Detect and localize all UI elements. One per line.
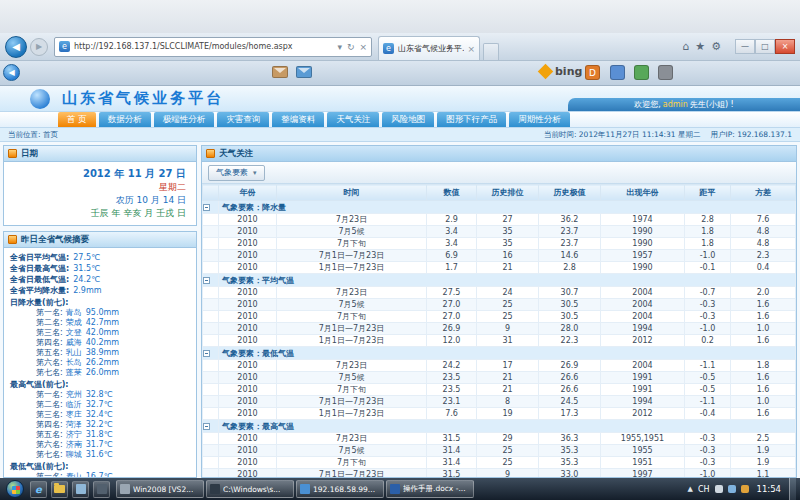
table-row[interactable]: 20107月下旬3.43523.719901.84.8: [203, 238, 796, 250]
station-link[interactable]: 济南: [66, 440, 82, 449]
nav-item[interactable]: 图形下行产品: [437, 112, 506, 127]
station-link[interactable]: 济宁: [66, 430, 82, 439]
tools-icon[interactable]: ⚙: [711, 40, 721, 53]
nav-item[interactable]: 周期性分析: [509, 112, 570, 127]
station-link[interactable]: 文登: [66, 328, 82, 337]
app2-icon: [97, 484, 107, 494]
nav-item[interactable]: 极端性分析: [154, 112, 215, 127]
table-row[interactable]: 20107月23日31.52936.31955,1951-0.32.5: [203, 433, 796, 445]
refresh-icon[interactable]: ↻: [347, 42, 355, 52]
start-button[interactable]: [6, 480, 24, 498]
element-section-row[interactable]: 气象要素：最低气温: [203, 347, 796, 360]
station-link[interactable]: 枣庄: [66, 410, 82, 419]
rank-value: 16.7℃: [86, 472, 113, 477]
table-row[interactable]: 20107月5候3.43523.719901.84.8: [203, 226, 796, 238]
forward-button[interactable]: ▶: [30, 38, 48, 56]
browser-tab[interactable]: e 山东省气候业务平... ×: [378, 36, 480, 60]
toolbar-addon1-icon[interactable]: D: [585, 65, 600, 80]
taskbar-ie-icon[interactable]: e: [30, 481, 47, 498]
nav-item[interactable]: 天气关注: [327, 112, 379, 127]
sidebar-gadget-icon[interactable]: ◀: [3, 64, 20, 81]
table-cell: 35: [477, 238, 539, 250]
table-row[interactable]: 20107月23日24.21726.92004-1.11.8: [203, 360, 796, 372]
collapse-icon[interactable]: [203, 350, 210, 357]
element-section-row[interactable]: 气象要素：最高气温: [203, 420, 796, 433]
maximize-button[interactable]: □: [755, 39, 775, 54]
collapse-icon[interactable]: [203, 277, 210, 284]
minimize-button[interactable]: —: [735, 39, 755, 54]
table-row[interactable]: 20101月1日—7月23日12.03122.320120.21.6: [203, 335, 796, 347]
taskbar-app2-icon[interactable]: [93, 481, 110, 498]
nav-item[interactable]: 风险地图: [382, 112, 434, 127]
language-indicator[interactable]: CH: [698, 485, 710, 494]
station-link[interactable]: 聊城: [66, 450, 82, 459]
collapse-icon[interactable]: [203, 423, 210, 430]
toolbar-addon2-icon[interactable]: [610, 65, 625, 80]
toolbar-addon4-icon[interactable]: [658, 65, 673, 80]
station-link[interactable]: 长岛: [66, 358, 82, 367]
table-row[interactable]: 20107月23日27.52430.72004-0.72.0: [203, 287, 796, 299]
station-link[interactable]: 威海: [66, 338, 82, 347]
table-cell: 24.2: [427, 360, 477, 372]
table-row[interactable]: 20107月1日—7月23日6.91614.61957-1.02.3: [203, 250, 796, 262]
toolbar-addon3-icon[interactable]: [634, 65, 649, 80]
table-cell: 24: [477, 287, 539, 299]
tray-update-icon[interactable]: [741, 485, 749, 493]
table-row[interactable]: 20107月1日—7月23日26.9928.01994-1.01.0: [203, 323, 796, 335]
favorites-icon[interactable]: ★: [695, 40, 705, 53]
close-button[interactable]: ×: [775, 39, 795, 54]
table-row[interactable]: 20101月1日—7月23日7.61917.32012-0.41.6: [203, 408, 796, 420]
station-link[interactable]: 泰山: [66, 472, 82, 477]
mail-icon[interactable]: [272, 66, 288, 78]
element-section-row[interactable]: 气象要素：降水量: [203, 201, 796, 214]
table-row[interactable]: 20107月下旬23.52126.61991-0.51.6: [203, 384, 796, 396]
tray-volume-icon[interactable]: [728, 485, 736, 493]
url-text[interactable]: http://192.168.137.1/SLCCLIMATE/modules/…: [74, 42, 332, 51]
address-bar[interactable]: e http://192.168.137.1/SLCCLIMATE/module…: [54, 37, 372, 57]
nav-item[interactable]: 数据分析: [99, 112, 151, 127]
station-link[interactable]: 蓬莱: [66, 368, 82, 377]
table-row[interactable]: 20107月5候31.42535.31955-0.31.9: [203, 445, 796, 457]
table-row[interactable]: 20107月1日—7月23日23.1824.51994-1.11.0: [203, 396, 796, 408]
nav-item[interactable]: 灾害查询: [217, 112, 269, 127]
home-icon[interactable]: ⌂: [682, 40, 689, 53]
table-row[interactable]: 20107月5候27.02530.52004-0.31.6: [203, 299, 796, 311]
new-tab-button[interactable]: [483, 43, 499, 60]
table-row[interactable]: 20107月下旬27.02530.52004-0.31.6: [203, 311, 796, 323]
tray-up-icon[interactable]: ▲: [688, 485, 693, 493]
station-link[interactable]: 荣成: [66, 318, 82, 327]
mail-alt-icon[interactable]: [296, 66, 312, 78]
station-link[interactable]: 青岛: [66, 308, 82, 317]
station-link[interactable]: 临沂: [66, 400, 82, 409]
table-row[interactable]: 20107月5候23.52126.61991-0.51.6: [203, 372, 796, 384]
table-cell: 2010: [219, 457, 277, 469]
tab-close-icon[interactable]: ×: [467, 44, 475, 54]
collapse-icon[interactable]: [203, 204, 210, 211]
taskbar-window-button[interactable]: 192.168.58.99...: [296, 480, 384, 498]
taskbar-window-button[interactable]: C:\Windows\s...: [206, 480, 294, 498]
station-link[interactable]: 菏泽: [66, 420, 82, 429]
taskbar-window-button[interactable]: Win2008 [VS2...: [116, 480, 204, 498]
nav-item[interactable]: 首 页: [58, 112, 96, 127]
table-row[interactable]: 20107月23日2.92736.219742.87.6: [203, 214, 796, 226]
element-section-row[interactable]: 气象要素：平均气温: [203, 274, 796, 287]
nav-item[interactable]: 整编资料: [272, 112, 324, 127]
bing-toolbar[interactable]: bing: [540, 65, 582, 78]
show-desktop-button[interactable]: [789, 478, 796, 500]
table-row[interactable]: 20107月下旬31.42535.31951-0.31.9: [203, 457, 796, 469]
search-dropdown-icon[interactable]: ▾: [337, 42, 342, 52]
summary-rank-row: 第一名:青岛95.0mm: [10, 308, 190, 318]
back-button[interactable]: ◀: [5, 36, 27, 58]
table-row[interactable]: 20101月1日—7月23日1.7212.81990-0.10.4: [203, 262, 796, 274]
tray-network-icon[interactable]: [715, 485, 723, 493]
table-row[interactable]: 20107月1日—7月23日31.5933.01997-1.01.1: [203, 469, 796, 479]
table-cell: 1.6: [731, 408, 796, 420]
station-link[interactable]: 乳山: [66, 348, 82, 357]
taskbar-app1-icon[interactable]: [72, 481, 89, 498]
taskbar-explorer-icon[interactable]: [51, 481, 68, 498]
element-selector-button[interactable]: 气象要素 ▾: [208, 165, 265, 181]
taskbar-window-button[interactable]: 操作手册.docx -...: [386, 480, 474, 498]
station-link[interactable]: 兖州: [66, 390, 82, 399]
stop-icon[interactable]: ×: [359, 42, 367, 52]
taskbar-clock[interactable]: 11:54: [757, 484, 782, 494]
